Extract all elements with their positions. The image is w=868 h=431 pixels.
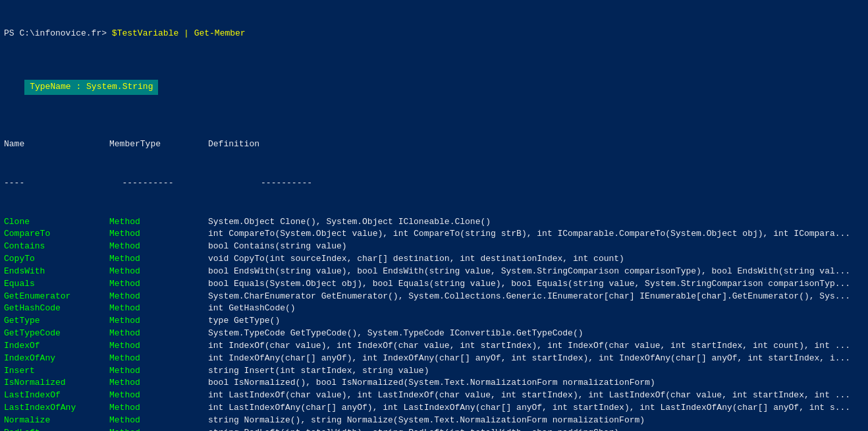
separator: ---- ---------- ---------- (4, 177, 864, 190)
row-membertype: Method (109, 302, 208, 315)
row-name: Contains (4, 241, 109, 253)
table-row: InsertMethodstring Insert(int startIndex… (4, 365, 864, 378)
row-name: GetHashCode (4, 302, 109, 315)
row-membertype: Method (109, 241, 208, 253)
table-row: LastIndexOfAnyMethodint LastIndexOfAny(c… (4, 402, 864, 415)
row-membertype: Method (109, 266, 208, 278)
row-definition: string Insert(int startIndex, string val… (208, 365, 429, 378)
table-row: CopyToMethodvoid CopyTo(int sourceIndex,… (4, 253, 864, 266)
row-definition: System.CharEnumerator GetEnumerator(), S… (208, 291, 850, 303)
table-body: CloneMethodSystem.Object Clone(), System… (4, 216, 864, 432)
row-membertype: Method (109, 253, 208, 266)
table-header: Name MemberType Definition (4, 138, 864, 151)
row-name: CopyTo (4, 253, 109, 266)
row-membertype: Method (109, 328, 208, 340)
row-name: EndsWith (4, 266, 109, 278)
row-membertype: Method (109, 377, 208, 389)
row-definition: string Normalize(), string Normalize(Sys… (208, 415, 645, 427)
row-definition: bool EndsWith(string value), bool EndsWi… (208, 266, 850, 278)
row-name: GetTypeCode (4, 328, 109, 340)
header-definition: Definition (208, 138, 259, 151)
row-definition: bool IsNormalized(), bool IsNormalized(S… (208, 377, 655, 389)
row-name: Clone (4, 216, 109, 229)
row-definition: System.TypeCode GetTypeCode(), System.Ty… (208, 328, 583, 340)
row-name: PadLeft (4, 427, 109, 431)
table-row: IsNormalizedMethodbool IsNormalized(), b… (4, 377, 864, 389)
row-name: Normalize (4, 415, 109, 427)
row-name: IndexOfAny (4, 353, 109, 365)
row-name: LastIndexOf (4, 389, 109, 402)
table-row: GetTypeCodeMethodSystem.TypeCode GetType… (4, 328, 864, 340)
header-membertype: MemberType (109, 138, 208, 151)
terminal: PS C:\infonovice.fr> $TestVariable | Get… (0, 0, 868, 431)
row-definition: string PadLeft(int totalWidth), string P… (208, 427, 619, 431)
row-membertype: Method (109, 402, 208, 415)
row-definition: int CompareTo(System.Object value), int … (208, 228, 850, 241)
row-definition: int IndexOfAny(char[] anyOf), int IndexO… (208, 353, 850, 365)
row-definition: bool Equals(System.Object obj), bool Equ… (208, 278, 850, 291)
table-row: ContainsMethodbool Contains(string value… (4, 241, 864, 253)
table-row: NormalizeMethodstring Normalize(), strin… (4, 415, 864, 427)
table-row: CloneMethodSystem.Object Clone(), System… (4, 216, 864, 229)
row-membertype: Method (109, 415, 208, 427)
header-name: Name (4, 138, 109, 151)
row-name: Equals (4, 278, 109, 291)
row-name: LastIndexOfAny (4, 402, 109, 415)
row-definition: bool Contains(string value) (208, 241, 347, 253)
table-row: GetEnumeratorMethodSystem.CharEnumerator… (4, 291, 864, 303)
row-membertype: Method (109, 228, 208, 241)
table-row: PadLeftMethodstring PadLeft(int totalWid… (4, 427, 864, 431)
row-membertype: Method (109, 291, 208, 303)
row-name: CompareTo (4, 228, 109, 241)
typename-container: TypeName : System.String (4, 67, 864, 111)
table-row: CompareToMethodint CompareTo(System.Obje… (4, 228, 864, 241)
row-name: IndexOf (4, 340, 109, 353)
row-definition: int LastIndexOfAny(char[] anyOf), int La… (208, 402, 850, 415)
table-row: IndexOfAnyMethodint IndexOfAny(char[] an… (4, 353, 864, 365)
prompt-line: PS C:\infonovice.fr> $TestVariable | Get… (4, 28, 864, 40)
table-row: GetTypeMethodtype GetType() (4, 315, 864, 328)
row-definition: System.Object Clone(), System.Object ICl… (208, 216, 491, 229)
row-name: GetEnumerator (4, 291, 109, 303)
row-definition: type GetType() (208, 315, 280, 328)
row-definition: int GetHashCode() (208, 302, 296, 315)
row-name: GetType (4, 315, 109, 328)
typename-box: TypeName : System.String (24, 80, 158, 95)
row-definition: int LastIndexOf(char value), int LastInd… (208, 389, 850, 402)
table-row: IndexOfMethodint IndexOf(char value), in… (4, 340, 864, 353)
table-row: EndsWithMethodbool EndsWith(string value… (4, 266, 864, 278)
row-membertype: Method (109, 340, 208, 353)
row-membertype: Method (109, 389, 208, 402)
prompt-cmd: $TestVariable | Get-Member (112, 28, 246, 38)
table-row: EqualsMethodbool Equals(System.Object ob… (4, 278, 864, 291)
row-membertype: Method (109, 365, 208, 378)
row-membertype: Method (109, 216, 208, 229)
row-definition: void CopyTo(int sourceIndex, char[] dest… (208, 253, 624, 266)
table-row: GetHashCodeMethodint GetHashCode() (4, 302, 864, 315)
row-membertype: Method (109, 315, 208, 328)
row-name: IsNormalized (4, 377, 109, 389)
row-membertype: Method (109, 427, 208, 431)
row-definition: int IndexOf(char value), int IndexOf(cha… (208, 340, 850, 353)
row-membertype: Method (109, 278, 208, 291)
prompt-ps: PS C:\infonovice.fr> (4, 28, 112, 38)
row-name: Insert (4, 365, 109, 378)
row-membertype: Method (109, 353, 208, 365)
table-row: LastIndexOfMethodint LastIndexOf(char va… (4, 389, 864, 402)
